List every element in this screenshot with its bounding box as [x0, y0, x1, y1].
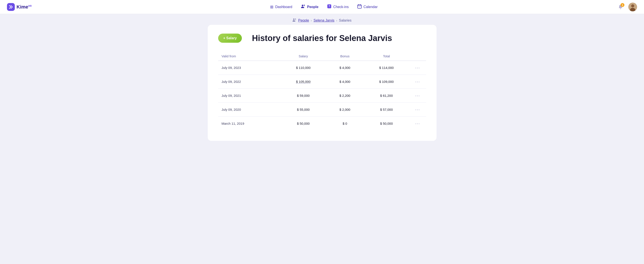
table-body: July 09, 2023 $ 110,000 $ 4,000 $ 114,00… — [218, 61, 426, 130]
breadcrumb-person-link[interactable]: Selena Jarvis — [314, 19, 334, 23]
cell-actions: ··· — [409, 89, 426, 103]
col-header-total: Total — [364, 52, 409, 61]
salary-card: + Salary History of salaries for Selena … — [208, 25, 436, 141]
calendar-icon — [357, 4, 362, 10]
col-header-valid-from: Valid from — [218, 52, 280, 61]
svg-point-8 — [620, 8, 621, 9]
logo-icon — [7, 3, 15, 11]
cell-bonus: $ 0 — [326, 117, 364, 130]
cell-valid-from: July 09, 2020 — [218, 103, 280, 117]
notification-button[interactable]: 1 — [616, 3, 625, 11]
dashboard-icon: ⊞ — [270, 5, 274, 9]
nav-links: ⊞ Dashboard People ? Check-ins — [270, 4, 378, 10]
table-row: July 09, 2020 $ 55,000 $ 2,000 $ 57,000 … — [218, 103, 426, 117]
svg-point-0 — [302, 5, 303, 6]
cell-total: $ 61,200 — [364, 89, 409, 103]
breadcrumb-people-icon — [292, 18, 296, 23]
logo-area: KimeHR — [7, 3, 32, 11]
cell-total: $ 50,000 — [364, 117, 409, 130]
row-menu-button[interactable]: ··· — [415, 121, 420, 126]
cell-bonus: $ 2,000 — [326, 103, 364, 117]
cell-actions: ··· — [409, 117, 426, 130]
cell-salary: $ 50,000 — [280, 117, 326, 130]
nav-calendar[interactable]: Calendar — [357, 4, 378, 10]
cell-total: $ 57,000 — [364, 103, 409, 117]
svg-point-12 — [293, 19, 294, 20]
notification-badge: 1 — [620, 3, 624, 7]
svg-point-13 — [295, 19, 296, 19]
col-header-bonus: Bonus — [326, 52, 364, 61]
breadcrumb-sep-2: › — [336, 19, 337, 22]
cell-salary: $ 105,000 — [280, 75, 326, 89]
table-row: July 09, 2023 $ 110,000 $ 4,000 $ 114,00… — [218, 61, 426, 75]
cell-bonus: $ 4,000 — [326, 75, 364, 89]
breadcrumb: People › Selena Jarvis › Salaries — [0, 14, 644, 25]
cell-actions: ··· — [409, 103, 426, 117]
nav-checkins[interactable]: ? Check-ins — [327, 4, 349, 10]
cell-valid-from: July 09, 2021 — [218, 89, 280, 103]
col-header-actions — [409, 52, 426, 61]
row-menu-button[interactable]: ··· — [415, 107, 420, 112]
cell-salary: $ 55,000 — [280, 103, 326, 117]
cell-bonus: $ 4,000 — [326, 61, 364, 75]
cell-actions: ··· — [409, 75, 426, 89]
col-header-salary: Salary — [280, 52, 326, 61]
cell-actions: ··· — [409, 61, 426, 75]
row-menu-button[interactable]: ··· — [415, 93, 420, 98]
page-title: History of salaries for Selena Jarvis — [218, 34, 426, 43]
table-row: July 09, 2022 $ 105,000 $ 4,000 $ 109,00… — [218, 75, 426, 89]
table-header: Valid from Salary Bonus Total — [218, 52, 426, 61]
add-salary-button[interactable]: + Salary — [218, 34, 242, 43]
svg-point-1 — [304, 5, 305, 6]
cell-valid-from: March 11, 2019 — [218, 117, 280, 130]
breadcrumb-people-link[interactable]: People — [298, 19, 309, 23]
cell-salary: $ 59,000 — [280, 89, 326, 103]
cell-bonus: $ 2,200 — [326, 89, 364, 103]
checkins-icon: ? — [327, 4, 332, 10]
main-content: + Salary History of salaries for Selena … — [202, 25, 442, 150]
breadcrumb-current: Salaries — [339, 19, 352, 23]
nav-people[interactable]: People — [301, 4, 318, 9]
table-row: March 11, 2019 $ 50,000 $ 0 $ 50,000 ··· — [218, 117, 426, 130]
cell-valid-from: July 09, 2022 — [218, 75, 280, 89]
navbar: KimeHR ⊞ Dashboard People ? — [0, 0, 644, 14]
salary-table: Valid from Salary Bonus Total July 09, 2… — [218, 52, 426, 130]
cell-salary: $ 110,000 — [280, 61, 326, 75]
user-avatar[interactable] — [628, 3, 637, 11]
navbar-actions: 1 — [616, 3, 637, 11]
cell-total: $ 109,000 — [364, 75, 409, 89]
row-menu-button[interactable]: ··· — [415, 79, 420, 84]
cell-total: $ 114,000 — [364, 61, 409, 75]
svg-rect-4 — [358, 5, 362, 8]
svg-point-10 — [631, 4, 634, 8]
people-icon — [301, 4, 305, 9]
logo-text: KimeHR — [16, 4, 32, 10]
nav-dashboard[interactable]: ⊞ Dashboard — [270, 5, 292, 9]
row-menu-button[interactable]: ··· — [415, 65, 420, 70]
table-row: July 09, 2021 $ 59,000 $ 2,200 $ 61,200 … — [218, 89, 426, 103]
cell-valid-from: July 09, 2023 — [218, 61, 280, 75]
breadcrumb-sep-1: › — [311, 19, 312, 22]
svg-text:?: ? — [329, 5, 330, 8]
